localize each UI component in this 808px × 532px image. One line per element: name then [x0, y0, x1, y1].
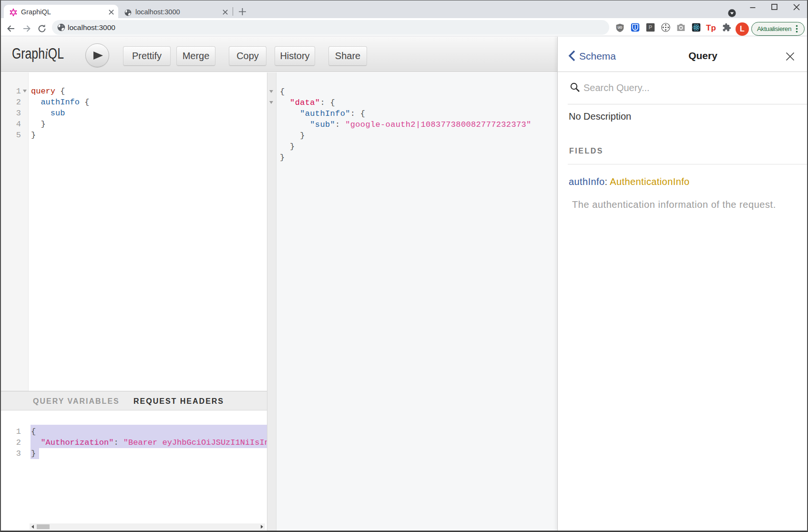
- svg-text:UO: UO: [618, 26, 623, 29]
- svg-text:P: P: [649, 24, 653, 30]
